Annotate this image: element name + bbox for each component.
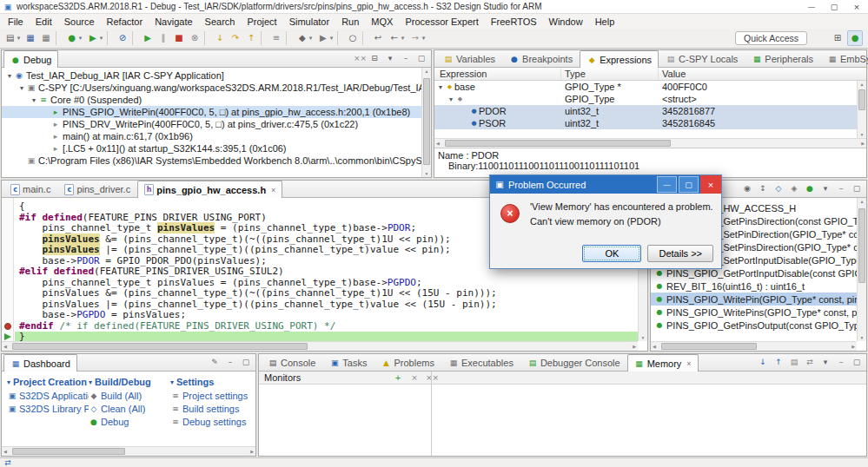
view-toolbar-button[interactable]: ▤ (787, 355, 801, 369)
tab-dashboard[interactable]: ▦ Dashboard (3, 354, 77, 372)
debug-tree-row[interactable]: ▸ main() at main.c:61,7 (0x1b96) (2, 130, 421, 142)
code-line[interactable]: } (15, 332, 638, 341)
toolbar-button[interactable]: ↓ (212, 30, 228, 46)
view-toolbar-button[interactable]: ↕ (756, 181, 770, 195)
view-tab[interactable]: ▣ Tasks × (322, 354, 374, 371)
expander-icon[interactable] (436, 83, 445, 91)
details-button[interactable]: Details >> (647, 245, 713, 262)
view-toolbar-button[interactable]: ×× (352, 51, 366, 65)
toolbar-button[interactable]: ◆ (294, 30, 315, 46)
monitors-list[interactable] (259, 385, 431, 456)
editor-gutter[interactable] (2, 198, 14, 341)
close-icon[interactable]: × (271, 186, 275, 194)
view-toolbar-button[interactable]: ▢ (414, 51, 428, 65)
toolbar-button[interactable] (204, 31, 210, 45)
menu-item[interactable]: File (2, 16, 30, 27)
view-toolbar-button[interactable]: ↓ (756, 355, 770, 369)
toolbar-button[interactable]: ▶ (315, 30, 335, 46)
toolbar-button[interactable]: ▶ (84, 30, 105, 46)
dashboard-horizontal-scrollbar[interactable]: ◀ ▶ (2, 446, 255, 456)
toolbar-button[interactable]: ▶ (140, 30, 156, 46)
view-toolbar-button[interactable]: ● (803, 181, 817, 195)
toolbar-button[interactable]: ▤ (2, 30, 23, 46)
dashboard-link[interactable]: ▣ S32DS Application Project (7, 389, 89, 402)
toolbar-button[interactable] (107, 31, 113, 45)
view-tab[interactable]: ▤ Variables (436, 50, 502, 67)
view-tab[interactable]: ▦ Peripherals (745, 50, 820, 67)
view-toolbar-button[interactable]: ▢ (850, 181, 864, 195)
expander-icon[interactable] (30, 96, 38, 104)
menu-item[interactable]: Run (335, 16, 365, 27)
view-toolbar-button[interactable]: – (834, 355, 848, 369)
dashboard-section-header[interactable]: Project Creation (7, 375, 89, 389)
breakpoint-marker[interactable] (4, 323, 11, 330)
toolbar-button[interactable] (286, 31, 292, 45)
debug-tree-row[interactable]: ≡ Core #0 (Suspended) (2, 94, 421, 106)
view-toolbar-button[interactable]: ⊟ (368, 51, 381, 65)
view-toolbar-button[interactable]: – (834, 181, 848, 195)
expander-icon[interactable] (5, 72, 14, 80)
expander-icon[interactable] (17, 84, 26, 92)
window-minimize-button[interactable]: — (800, 0, 823, 14)
view-tab[interactable]: ◆ Expressions (580, 50, 659, 68)
outline-item[interactable]: ● REV_BIT_16(uint16_t) : uint16_t (651, 280, 857, 293)
toolbar-button[interactable]: ▦ (23, 30, 38, 46)
menu-item[interactable]: Simulator (283, 16, 335, 27)
outline-item[interactable]: ● PINS_GPIO_WritePin(GPIO_Type* const, p… (651, 293, 857, 306)
toolbar-button[interactable]: ≡ (268, 30, 284, 46)
close-icon[interactable]: × (686, 359, 691, 368)
expressions-horizontal-scrollbar[interactable]: ◀ ▶ (434, 138, 866, 148)
expression-row[interactable]: ◆ GPIO_Type <struct> (434, 93, 866, 105)
menu-item[interactable]: MQX (365, 16, 399, 27)
open-perspective-button[interactable]: ⊞ (830, 30, 845, 46)
window-close-button[interactable]: × (845, 0, 868, 14)
outline-item[interactable]: ● PINS_GPIO_WritePins(GPIO_Type* const, … (651, 306, 857, 319)
outline-horizontal-scrollbar[interactable]: ◀ ▶ (651, 341, 857, 351)
dialog-maximize-button[interactable]: ▢ (679, 176, 699, 193)
dialog-title-bar[interactable]: ▣ Problem Occurred — ▢ × (490, 175, 721, 194)
editor-tab[interactable]: c main.c × (3, 181, 57, 197)
outline-vertical-scrollbar[interactable]: ▲ ▼ (857, 198, 866, 341)
toolbar-button[interactable]: ↩ (370, 30, 386, 46)
view-toolbar-button[interactable]: ▾ (383, 51, 397, 65)
toolbar-button[interactable]: ⊗ (187, 30, 202, 46)
toolbar-button[interactable]: ● (63, 30, 84, 46)
view-tab[interactable]: ▦ Memory × (627, 354, 699, 372)
expression-row[interactable]: ◆ base GPIO_Type * 400FF0C0 (434, 81, 866, 93)
debug-tree-row[interactable]: ▸ PINS_GPIO_WritePin(400FF0C0, 5, □) at … (2, 106, 421, 118)
toolbar-button[interactable] (132, 31, 138, 45)
view-toolbar-button[interactable]: ◈ (787, 181, 801, 195)
view-toolbar-button[interactable]: – (223, 355, 237, 369)
dashboard-link[interactable]: ◇ Clean (All) (89, 402, 170, 415)
editor-tab[interactable]: h pins_gpio_hw_access.h × (137, 181, 282, 198)
window-maximize-button[interactable]: ▢ (823, 0, 845, 14)
menu-item[interactable]: FreeRTOS (485, 16, 543, 27)
dashboard-link[interactable]: ≡ Build settings (170, 402, 252, 415)
dashboard-link[interactable]: ▣ S32DS Library Project (7, 402, 89, 415)
remove-memory-monitor-button[interactable]: × (407, 371, 421, 385)
toolbar-button[interactable]: ■ (171, 30, 187, 46)
menu-item[interactable]: Window (543, 16, 589, 27)
dashboard-link[interactable]: ≡ Debug settings (170, 415, 252, 428)
toolbar-button[interactable]: → (407, 30, 427, 46)
dashboard-link[interactable]: ◆ Build (All) (89, 389, 170, 402)
debug-perspective-button[interactable]: ● (847, 30, 863, 46)
expression-row[interactable]: ● PDOR uint32_t 3452816877 (434, 105, 866, 117)
dashboard-link[interactable]: ● Debug (89, 415, 170, 428)
column-expression[interactable]: Expression (434, 69, 561, 79)
toolbar-button[interactable]: ○ (345, 30, 361, 46)
toolbar-button[interactable] (337, 31, 343, 45)
view-toolbar-button[interactable]: ↑ (772, 355, 785, 369)
menu-item[interactable]: Processor Expert (399, 16, 484, 27)
view-toolbar-button[interactable]: – (399, 51, 413, 65)
dashboard-link[interactable]: ≡ Project settings (170, 389, 252, 402)
view-tab[interactable]: ▦ Executables × (441, 354, 520, 371)
tab-debug[interactable]: ● Debug (3, 50, 58, 68)
editor-horizontal-scrollbar[interactable]: ◀ ▶ (2, 341, 638, 351)
view-toolbar-button[interactable]: ✎ (208, 355, 222, 369)
view-tab[interactable]: ▦ EmbSys Registers (820, 50, 868, 67)
code-line[interactable]: #endif /* if defined(FEATURE_PINS_DRIVER… (15, 321, 638, 332)
menu-item[interactable]: Edit (30, 16, 58, 27)
view-toolbar-button[interactable]: ▾ (818, 181, 832, 195)
outline-item[interactable]: ● PINS_GPIO_GetPinsOutput(const GPIO_Typ… (651, 319, 857, 332)
